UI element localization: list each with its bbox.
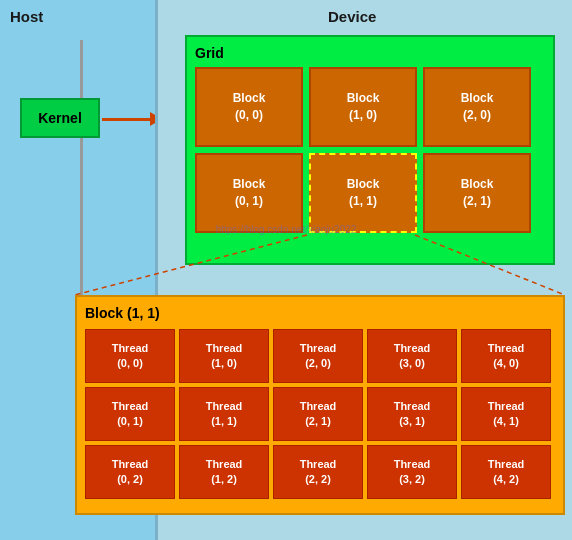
- thread-0-0: Thread (0, 0): [85, 329, 175, 383]
- block-2-0-label: Block: [461, 90, 494, 107]
- block-1-0-coord: (1, 0): [349, 107, 377, 124]
- block-2-1-coord: (2, 1): [463, 193, 491, 210]
- thread-3-0-coord: (3, 0): [399, 356, 425, 371]
- host-label: Host: [10, 8, 43, 25]
- thread-2-1-coord: (2, 1): [305, 414, 331, 429]
- thread-4-1-label: Thread: [488, 399, 525, 414]
- thread-2-2: Thread (2, 2): [273, 445, 363, 499]
- kernel-box: Kernel: [20, 98, 100, 138]
- block-1-0-label: Block: [347, 90, 380, 107]
- thread-1-0: Thread (1, 0): [179, 329, 269, 383]
- thread-4-1-coord: (4, 1): [493, 414, 519, 429]
- thread-4-0: Thread (4, 0): [461, 329, 551, 383]
- thread-0-2: Thread (0, 2): [85, 445, 175, 499]
- kernel-arrow: [102, 113, 162, 125]
- thread-0-1-label: Thread: [112, 399, 149, 414]
- thread-2-1: Thread (2, 1): [273, 387, 363, 441]
- thread-3-2: Thread (3, 2): [367, 445, 457, 499]
- thread-3-0: Thread (3, 0): [367, 329, 457, 383]
- thread-0-0-label: Thread: [112, 341, 149, 356]
- block-2-1: Block (2, 1): [423, 153, 531, 233]
- thread-1-0-label: Thread: [206, 341, 243, 356]
- thread-2-0: Thread (2, 0): [273, 329, 363, 383]
- device-label: Device: [328, 8, 376, 25]
- thread-rows: Thread (0, 0) Thread (1, 0) Thread (2, 0…: [85, 329, 555, 499]
- thread-1-2: Thread (1, 2): [179, 445, 269, 499]
- thread-1-2-label: Thread: [206, 457, 243, 472]
- thread-1-2-coord: (1, 2): [211, 472, 237, 487]
- thread-1-0-coord: (1, 0): [211, 356, 237, 371]
- kernel-arrow-line: [102, 118, 150, 121]
- thread-2-2-coord: (2, 2): [305, 472, 331, 487]
- kernel-label: Kernel: [38, 110, 82, 126]
- block-1-1: Block (1, 1): [309, 153, 417, 233]
- thread-4-0-coord: (4, 0): [493, 356, 519, 371]
- thread-0-1-coord: (0, 1): [117, 414, 143, 429]
- block-1-1-coord: (1, 1): [349, 193, 377, 210]
- grid-row-0: Block (0, 0) Block (1, 0) Block (2, 0): [195, 67, 545, 147]
- thread-4-0-label: Thread: [488, 341, 525, 356]
- thread-4-2-label: Thread: [488, 457, 525, 472]
- thread-2-0-label: Thread: [300, 341, 337, 356]
- grid-row-1: Block (0, 1) Block (1, 1) Block (2, 1): [195, 153, 545, 233]
- thread-1-1-label: Thread: [206, 399, 243, 414]
- thread-2-0-coord: (2, 0): [305, 356, 331, 371]
- thread-row-1: Thread (0, 1) Thread (1, 1) Thread (2, 1…: [85, 387, 555, 441]
- expanded-block-label: Block (1, 1): [85, 305, 555, 321]
- thread-0-2-coord: (0, 2): [117, 472, 143, 487]
- thread-0-1: Thread (0, 1): [85, 387, 175, 441]
- watermark: https://blog.csdn.net/xiaoju2022: [216, 224, 357, 235]
- block-0-1-coord: (0, 1): [235, 193, 263, 210]
- block-2-1-label: Block: [461, 176, 494, 193]
- block-1-0: Block (1, 0): [309, 67, 417, 147]
- thread-3-1-label: Thread: [394, 399, 431, 414]
- thread-row-2: Thread (0, 2) Thread (1, 2) Thread (2, 2…: [85, 445, 555, 499]
- thread-4-1: Thread (4, 1): [461, 387, 551, 441]
- block-0-0: Block (0, 0): [195, 67, 303, 147]
- thread-1-1-coord: (1, 1): [211, 414, 237, 429]
- thread-row-0: Thread (0, 0) Thread (1, 0) Thread (2, 0…: [85, 329, 555, 383]
- thread-2-1-label: Thread: [300, 399, 337, 414]
- grid-label: Grid: [195, 45, 545, 61]
- thread-1-1: Thread (1, 1): [179, 387, 269, 441]
- thread-0-2-label: Thread: [112, 457, 149, 472]
- thread-3-2-coord: (3, 2): [399, 472, 425, 487]
- block-2-0: Block (2, 0): [423, 67, 531, 147]
- thread-0-0-coord: (0, 0): [117, 356, 143, 371]
- block-0-1-label: Block: [233, 176, 266, 193]
- block-0-1: Block (0, 1): [195, 153, 303, 233]
- thread-3-2-label: Thread: [394, 457, 431, 472]
- block-0-0-coord: (0, 0): [235, 107, 263, 124]
- thread-4-2: Thread (4, 2): [461, 445, 551, 499]
- thread-2-2-label: Thread: [300, 457, 337, 472]
- thread-3-0-label: Thread: [394, 341, 431, 356]
- grid-rows: Block (0, 0) Block (1, 0) Block (2, 0) B…: [195, 67, 545, 233]
- block-1-1-label: Block: [347, 176, 380, 193]
- expanded-block: Block (1, 1) Thread (0, 0) Thread (1, 0)…: [75, 295, 565, 515]
- thread-3-1: Thread (3, 1): [367, 387, 457, 441]
- block-0-0-label: Block: [233, 90, 266, 107]
- thread-4-2-coord: (4, 2): [493, 472, 519, 487]
- thread-3-1-coord: (3, 1): [399, 414, 425, 429]
- block-2-0-coord: (2, 0): [463, 107, 491, 124]
